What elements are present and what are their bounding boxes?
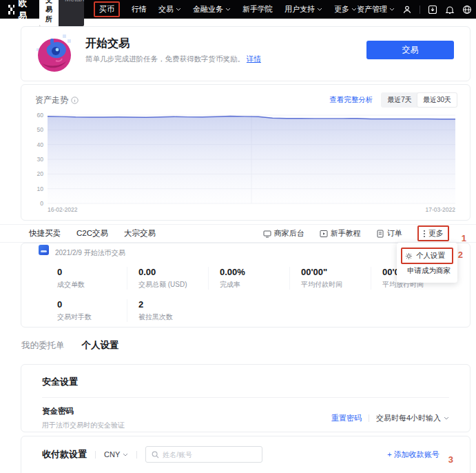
annotation-step-3: 3	[448, 454, 453, 465]
tab-my-orders[interactable]: 我的委托单	[21, 340, 65, 352]
nav-item-academy[interactable]: 新手学院	[242, 4, 273, 14]
orders-document-icon	[376, 230, 384, 238]
asset-trend-card: 资产走势 查看完整分析 最近7天 最近30天 605040302010016-0…	[21, 84, 470, 221]
beginner-tutorial-link[interactable]: 新手教程	[320, 228, 361, 239]
y-tick-label: 40	[37, 141, 44, 148]
divider	[95, 451, 96, 459]
stat-blocked-count: 2 被拉黑次数	[127, 299, 220, 322]
fiat-trading-since: 2021/2/9 开始法币交易	[55, 248, 125, 258]
chevron-down-icon	[176, 8, 181, 11]
more-actions-button[interactable]: 更多	[417, 225, 449, 241]
gear-icon	[405, 252, 413, 260]
trade-button[interactable]: 交易	[366, 41, 454, 59]
nav-item-trade[interactable]: 交易	[158, 4, 181, 14]
full-analysis-link[interactable]: 查看完整分析	[329, 95, 373, 105]
chart-title: 资产走势	[35, 94, 79, 106]
merchant-avatar	[39, 245, 49, 255]
more-dropdown-menu: 个人设置 2 申请成为商家	[397, 243, 457, 283]
search-icon	[152, 451, 159, 459]
nav-item-more[interactable]: 更多	[334, 4, 357, 14]
security-settings-title: 安全设置	[21, 365, 470, 388]
chevron-down-icon	[317, 8, 322, 11]
annotation-step-2: 2	[458, 250, 463, 260]
brand-name: 欧易	[18, 0, 31, 22]
details-link[interactable]: 详情	[247, 54, 261, 63]
nav-item-finance[interactable]: 金融业务	[193, 4, 231, 14]
mascot-illustration	[35, 33, 76, 74]
merchant-dashboard-link[interactable]: 商家后台	[263, 228, 304, 239]
y-tick-label: 50	[37, 126, 44, 133]
divider	[136, 451, 137, 459]
divider	[369, 414, 369, 422]
tab-block-trading[interactable]: 大宗交易	[124, 228, 156, 239]
annotation-step-1: 1	[462, 233, 466, 243]
page-title: 开始交易	[85, 37, 130, 51]
divider	[420, 6, 420, 14]
hero-subtitle: 简单几步完成进阶任务，免费获得数字货币奖励。 详情	[85, 54, 261, 64]
stat-avg-payment-time: 00'00" 平均付款时间	[289, 267, 382, 290]
security-settings-card: 安全设置 资金密码 用于法币交易时的安全验证 重置密码 交易时每4小时输入	[21, 364, 470, 432]
toggle-metax[interactable]: MetaX	[59, 0, 84, 26]
stat-total-volume: 0.00 交易总额 (USD)	[127, 267, 220, 290]
nav-item-buy-crypto[interactable]: 买币	[94, 1, 120, 17]
nav-item-markets[interactable]: 行情	[132, 4, 147, 14]
info-icon[interactable]	[71, 97, 79, 104]
range-toggle: 最近7天 最近30天	[381, 92, 457, 108]
notifications-bell-icon[interactable]	[445, 5, 455, 14]
y-tick-label: 60	[37, 112, 44, 119]
orders-link[interactable]: 订单	[376, 228, 402, 239]
start-trading-card: 开始交易 简单几步完成进阶任务，免费获得数字货币奖励。 详情 交易	[21, 26, 470, 81]
account-search-box	[145, 446, 262, 463]
okx-logo-icon	[8, 5, 14, 14]
y-tick-label: 30	[37, 156, 44, 163]
tutorial-play-icon	[320, 230, 328, 238]
asset-management-menu[interactable]: 资产管理	[357, 4, 395, 14]
fund-password-desc: 用于法币交易时的安全验证	[42, 421, 125, 430]
chevron-down-icon	[123, 453, 128, 456]
more-dots-icon	[423, 230, 426, 238]
tab-c2c-trading[interactable]: C2C交易	[76, 228, 108, 239]
tab-express-buy-sell[interactable]: 快捷买卖	[29, 228, 61, 239]
reset-password-link[interactable]: 重置密码	[331, 413, 362, 423]
add-payment-account-button[interactable]: + 添加收款账号	[382, 447, 444, 463]
trading-tabs-bar: 快捷买卖 C2C交易 大宗交易 商家后台 新手教程 订单 更多 1	[0, 224, 476, 243]
section-tabs: 我的委托单 个人设置	[21, 339, 119, 352]
tab-personal-settings[interactable]: 个人设置	[82, 339, 119, 352]
profile-icon[interactable]	[402, 5, 412, 14]
menu-item-personal-settings[interactable]: 个人设置	[401, 248, 453, 264]
currency-select[interactable]: CNY	[104, 450, 128, 459]
asset-trend-chart: 605040302010016-02-202217-03-2022	[31, 108, 461, 216]
menu-item-apply-merchant[interactable]: 申请成为商家	[401, 264, 453, 278]
stat-completion-rate: 0.00% 完成率	[208, 267, 301, 290]
y-tick-label: 0	[40, 200, 43, 207]
chevron-down-icon	[389, 8, 395, 11]
payment-settings-title: 收付款设置	[42, 448, 87, 461]
area-fill	[48, 117, 455, 204]
y-tick-label: 10	[37, 185, 44, 192]
merchant-dashboard-icon	[263, 230, 271, 238]
payment-settings-card: 收付款设置 CNY + 添加收款账号 3	[21, 436, 470, 473]
password-frequency-select[interactable]: 交易时每4小时输入	[376, 413, 449, 423]
download-app-icon[interactable]	[428, 5, 437, 14]
y-tick-label: 20	[37, 170, 44, 177]
x-end-label: 17-03-2022	[426, 206, 456, 213]
toggle-exchange[interactable]: 交易所	[39, 0, 59, 26]
chevron-down-icon	[351, 8, 357, 11]
asset-trend-chart-svg: 605040302010016-02-202217-03-2022	[31, 108, 461, 213]
mode-toggle: 交易所 MetaX	[39, 0, 84, 26]
fund-password-title: 资金密码	[42, 406, 125, 416]
nav-item-support[interactable]: 用户支持	[284, 4, 322, 14]
okx-logo[interactable]: 欧易	[8, 0, 31, 22]
language-globe-icon[interactable]	[462, 5, 472, 14]
x-start-label: 16-02-2022	[48, 206, 78, 213]
range-30d-button[interactable]: 最近30天	[417, 93, 457, 107]
range-7d-button[interactable]: 最近7天	[382, 93, 417, 107]
chevron-down-icon	[444, 416, 449, 420]
top-navbar: 欧易 交易所 MetaX 买币 行情 交易 金融业务 新手学院 用户支持 更多 …	[0, 0, 476, 19]
main-nav: 买币 行情 交易 金融业务 新手学院 用户支持 更多	[94, 1, 357, 17]
account-search-input[interactable]	[163, 451, 245, 459]
chevron-down-icon	[225, 8, 231, 11]
